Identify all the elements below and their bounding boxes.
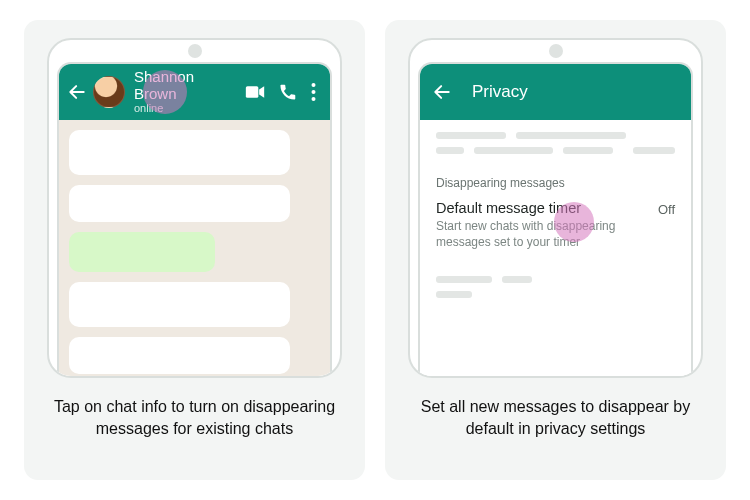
message-bubble	[69, 130, 290, 175]
back-icon[interactable]	[432, 82, 452, 102]
message-bubble	[69, 282, 290, 327]
message-bubble-outgoing	[69, 232, 215, 271]
message-bubble	[69, 185, 290, 222]
phone-screen-right: Privacy Disappearing messages D	[418, 62, 693, 378]
setting-title: Default message timer	[436, 200, 650, 216]
section-label: Disappearing messages	[436, 176, 675, 190]
back-icon[interactable]	[67, 82, 87, 102]
svg-point-3	[312, 90, 316, 94]
appbar-actions	[245, 83, 324, 101]
contact-avatar[interactable]	[93, 76, 125, 108]
placeholder-row	[436, 132, 675, 139]
contact-name: Shannon Brown	[134, 69, 239, 102]
panel-caption-right: Set all new messages to disappear by def…	[406, 396, 706, 439]
svg-point-2	[312, 83, 316, 87]
setting-value: Off	[658, 200, 675, 217]
more-icon[interactable]	[311, 83, 316, 101]
phone-frame-right: Privacy Disappearing messages D	[408, 38, 703, 378]
panel-chat-info: Shannon Brown online	[24, 20, 365, 480]
phone-statusbar	[49, 40, 340, 62]
contact-info[interactable]: Shannon Brown online	[134, 69, 239, 114]
setting-subtitle: Start new chats with disappearing messag…	[436, 218, 626, 250]
svg-point-4	[312, 97, 316, 101]
contact-status: online	[134, 102, 239, 114]
message-bubble	[69, 337, 290, 374]
phone-speaker-dot	[549, 44, 563, 58]
voice-call-icon[interactable]	[279, 83, 297, 101]
setting-default-timer[interactable]: Default message timer Start new chats wi…	[436, 200, 675, 250]
phone-statusbar	[410, 40, 701, 62]
settings-appbar: Privacy	[420, 64, 691, 120]
phone-screen-left: Shannon Brown online	[57, 62, 332, 378]
settings-title: Privacy	[472, 82, 528, 102]
phone-frame-left: Shannon Brown online	[47, 38, 342, 378]
phone-speaker-dot	[188, 44, 202, 58]
chat-appbar[interactable]: Shannon Brown online	[59, 64, 330, 120]
placeholder-group	[436, 276, 675, 298]
panel-privacy-settings: Privacy Disappearing messages D	[385, 20, 726, 480]
chat-body	[59, 120, 330, 378]
svg-rect-1	[246, 86, 259, 98]
settings-body: Disappearing messages Default message ti…	[420, 120, 691, 378]
video-call-icon[interactable]	[245, 84, 265, 100]
panel-caption-left: Tap on chat info to turn on disappearing…	[45, 396, 345, 439]
placeholder-row	[436, 147, 675, 154]
